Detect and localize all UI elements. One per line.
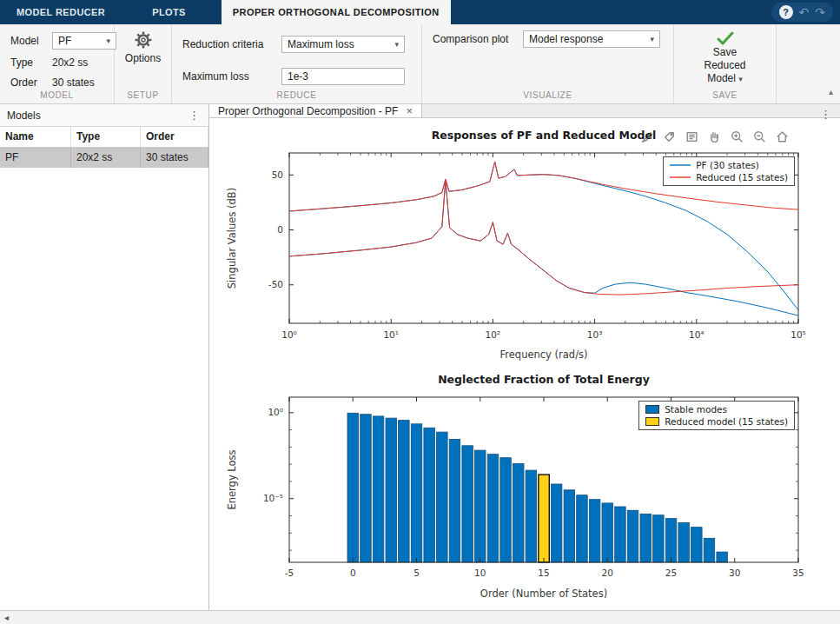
svg-text:-5: -5 <box>285 568 294 578</box>
svg-text:15: 15 <box>538 568 549 578</box>
comparison-plot-dropdown[interactable]: Model response ▾ <box>523 30 660 48</box>
svg-text:30: 30 <box>729 568 740 578</box>
chevron-down-icon: ▾ <box>650 35 654 43</box>
check-icon <box>716 30 735 46</box>
figure-area: Responses of PF and Reduced Model 10⁰10¹… <box>209 118 840 610</box>
undo-icon[interactable]: ↶ <box>799 6 810 18</box>
legend-item-pf: PF (30 states) <box>670 160 788 170</box>
document-tab-title: Proper Orthogonal Decomposition - PF <box>218 105 398 117</box>
section-label-setup: SETUP <box>125 90 161 102</box>
order-value: 30 states <box>52 76 116 89</box>
status-bar: ◂ <box>0 610 840 624</box>
energy-legend[interactable]: Stable modes Reduced model (15 states) <box>638 401 795 430</box>
svg-text:10: 10 <box>474 568 486 578</box>
legend-label: PF (30 states) <box>696 160 759 170</box>
svg-text:10³: 10³ <box>587 329 603 340</box>
table-row[interactable]: PF 20x2 ss 30 states <box>0 148 208 168</box>
close-icon[interactable]: × <box>406 104 413 117</box>
gear-icon <box>134 30 153 50</box>
chevron-down-icon: ▾ <box>738 75 743 83</box>
legend-item-reduced: Reduced (15 states) <box>670 172 788 183</box>
chevron-down-icon: ▾ <box>106 37 110 45</box>
ribbon-section-reduce: Reduction criteria Maximum loss ▾ Maximu… <box>172 24 422 103</box>
svg-text:-50: -50 <box>268 279 283 289</box>
ribbon-section-model: Model PF ▾ Type 20x2 ss Order 30 states … <box>0 24 115 103</box>
main-area: Models ⋮ Name Type Order PF 20x2 ss 30 s… <box>0 104 840 610</box>
redo-icon[interactable]: ↷ <box>815 6 825 18</box>
help-icon[interactable]: ? <box>779 5 793 19</box>
tab-pod-pf[interactable]: Proper Orthogonal Decomposition - PF × <box>209 104 422 117</box>
section-label-model: MODEL <box>10 90 103 102</box>
quick-access-toolbar: ? ↶ ↷ <box>771 3 833 22</box>
chevron-down-icon: ▾ <box>394 40 399 49</box>
reduction-criteria-label: Reduction criteria <box>182 38 273 50</box>
legend-patch <box>645 405 659 414</box>
kebab-menu-icon[interactable]: ⋮ <box>187 109 202 122</box>
reduction-criteria-value: Maximum loss <box>288 38 354 50</box>
model-order-cell: 30 states <box>141 148 208 168</box>
svg-text:10⁰: 10⁰ <box>281 329 297 340</box>
legend-item-stable: Stable modes <box>645 404 788 415</box>
type-value: 20x2 ss <box>52 56 116 69</box>
order-label: Order <box>10 76 45 89</box>
column-header-order: Order <box>141 127 208 147</box>
svg-text:20: 20 <box>602 568 613 578</box>
model-label: Model <box>10 35 45 47</box>
svg-text:35: 35 <box>792 568 804 578</box>
energy-chart-title: Neglected Fraction of Total Energy <box>222 371 812 388</box>
options-button[interactable]: Options <box>125 30 161 90</box>
legend-label: Reduced (15 states) <box>696 172 788 183</box>
section-label-save: SAVE <box>685 90 765 102</box>
save-label-line1: Save <box>713 46 737 59</box>
model-type-cell: 20x2 ss <box>71 148 141 168</box>
svg-text:10⁵: 10⁵ <box>790 329 806 340</box>
options-label: Options <box>125 52 161 64</box>
collapse-ribbon-icon[interactable]: ▴ <box>829 87 833 96</box>
tab-model-reducer[interactable]: MODEL REDUCER <box>5 0 116 24</box>
response-legend[interactable]: PF (30 states) Reduced (15 states) <box>663 156 795 186</box>
model-reducer-app: MODEL REDUCER PLOTS PROPER ORTHOGONAL DE… <box>0 0 840 624</box>
svg-text:0: 0 <box>277 224 283 235</box>
document-area: Proper Orthogonal Decomposition - PF × ⋮ <box>209 104 840 610</box>
svg-text:Singular Values (dB): Singular Values (dB) <box>226 188 238 289</box>
reduction-criteria-dropdown[interactable]: Maximum loss ▾ <box>281 36 405 53</box>
section-label-visualize: VISUALIZE <box>433 90 663 102</box>
type-label: Type <box>10 56 45 69</box>
models-panel: Models ⋮ Name Type Order PF 20x2 ss 30 s… <box>0 104 209 610</box>
collapse-panel-icon[interactable]: ◂ <box>4 613 9 622</box>
toolstrip-tabbar: MODEL REDUCER PLOTS PROPER ORTHOGONAL DE… <box>0 0 840 24</box>
document-tabbar: Proper Orthogonal Decomposition - PF × ⋮ <box>209 104 840 118</box>
legend-label: Stable modes <box>665 404 727 415</box>
svg-text:50: 50 <box>272 169 283 180</box>
models-panel-title: Models <box>7 110 41 122</box>
svg-text:10⁻⁵: 10⁻⁵ <box>263 493 283 503</box>
svg-text:10²: 10² <box>486 329 501 340</box>
svg-text:Frequency (rad/s): Frequency (rad/s) <box>500 349 588 361</box>
svg-text:10⁰: 10⁰ <box>268 407 283 417</box>
model-dropdown-value: PF <box>58 35 71 47</box>
column-header-type: Type <box>71 127 141 147</box>
comparison-plot-label: Comparison plot <box>433 33 514 45</box>
tab-plots[interactable]: PLOTS <box>141 0 197 24</box>
legend-item-reduced-model: Reduced model (15 states) <box>645 416 788 427</box>
model-name-cell: PF <box>0 148 71 168</box>
legend-line-sample <box>670 175 691 180</box>
save-reduced-model-button[interactable]: Save Reduced Model ▾ <box>685 30 765 90</box>
legend-label: Reduced model (15 states) <box>665 416 788 427</box>
models-table-header: Name Type Order <box>0 127 208 148</box>
maximum-loss-label: Maximum loss <box>182 70 273 83</box>
section-label-reduce: REDUCE <box>182 90 411 102</box>
response-chart-title: Responses of PF and Reduced Model <box>222 127 812 144</box>
ribbon-section-visualize: Comparison plot Model response ▾ VISUALI… <box>422 24 674 103</box>
legend-line-sample <box>670 163 691 168</box>
svg-text:Energy Loss: Energy Loss <box>226 449 238 509</box>
svg-text:25: 25 <box>665 568 677 578</box>
save-label-line2: Reduced Model ▾ <box>691 59 758 86</box>
model-dropdown[interactable]: PF ▾ <box>52 32 116 50</box>
maximum-loss-input[interactable] <box>281 68 405 85</box>
ribbon: Model PF ▾ Type 20x2 ss Order 30 states … <box>0 24 840 104</box>
svg-text:0: 0 <box>350 568 356 578</box>
models-panel-header: Models ⋮ <box>0 104 208 127</box>
tab-proper-orthogonal-decomposition[interactable]: PROPER ORTHOGONAL DECOMPOSITION <box>222 0 451 24</box>
svg-text:Order (Number of States): Order (Number of States) <box>480 587 607 600</box>
